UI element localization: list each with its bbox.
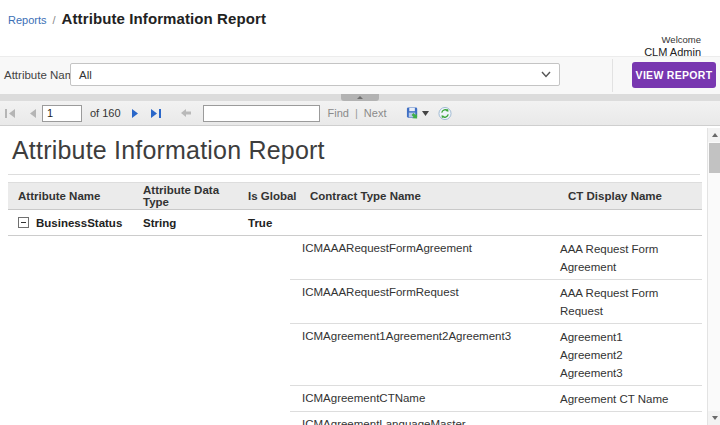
refresh-icon[interactable] bbox=[438, 106, 452, 120]
report-viewer-app: Reports / Attribute Information Report W… bbox=[0, 0, 720, 425]
table-row: ICMAgreement1Agreement2Agreement3 Agreem… bbox=[290, 324, 702, 386]
table-row: ICMAAARequestFormAgreement AAA Request F… bbox=[290, 236, 702, 280]
left-spacer bbox=[8, 236, 290, 425]
contract-type-cell: ICMAAARequestFormAgreement bbox=[290, 236, 552, 279]
splitter-collapse-handle[interactable] bbox=[341, 94, 379, 101]
report-title: Attribute Information Report bbox=[12, 136, 707, 165]
contract-type-subtable: ICMAAARequestFormAgreement AAA Request F… bbox=[8, 236, 702, 425]
report-viewer: Attribute Information Report Attribute N… bbox=[0, 126, 720, 425]
parameter-splitter bbox=[0, 94, 720, 101]
title-divider bbox=[8, 174, 700, 175]
table-header-row: Attribute Name Attribute Data Type Is Gl… bbox=[8, 182, 702, 210]
attribute-group-row: BusinessStatus String True bbox=[8, 210, 702, 236]
page-number-input[interactable] bbox=[42, 105, 82, 122]
ct-display-name-cell: AAA Request Form Agreement bbox=[552, 236, 694, 279]
scrollbar-down-button[interactable] bbox=[708, 411, 720, 425]
attribute-name-value: BusinessStatus bbox=[36, 217, 122, 229]
attribute-table: Attribute Name Attribute Data Type Is Gl… bbox=[8, 182, 702, 425]
contract-type-cell: ICMAAARequestFormRequest bbox=[290, 280, 552, 323]
col-header-attribute-data-type: Attribute Data Type bbox=[140, 184, 245, 208]
page-count-label: of 160 bbox=[90, 107, 121, 119]
next-page-icon[interactable] bbox=[129, 106, 143, 120]
find-next-separator: | bbox=[355, 107, 358, 119]
contract-type-cell: ICMAgreementCTName bbox=[290, 386, 552, 411]
export-dropdown-caret[interactable] bbox=[420, 106, 430, 120]
previous-page-icon bbox=[25, 106, 39, 120]
breadcrumb-separator: / bbox=[53, 14, 56, 26]
user-welcome: Welcome CLM Admin bbox=[644, 34, 701, 60]
ct-display-name-cell: AAA Request Form Request bbox=[552, 280, 694, 323]
last-page-icon[interactable] bbox=[149, 106, 163, 120]
table-row: ICMAgreementLanguageMaster bbox=[290, 412, 702, 425]
table-row: ICMAAARequestFormRequest AAA Request For… bbox=[290, 280, 702, 324]
contract-type-cell: ICMAgreement1Agreement2Agreement3 bbox=[290, 324, 552, 385]
contract-type-rows: ICMAAARequestFormAgreement AAA Request F… bbox=[290, 236, 702, 425]
parent-report-icon bbox=[179, 106, 193, 120]
is-global-value: True bbox=[245, 217, 298, 229]
table-row: ICMAgreementCTName Agreement CT Name bbox=[290, 386, 702, 412]
ct-display-name-cell bbox=[552, 412, 694, 425]
page-title: Attribute Information Report bbox=[62, 10, 266, 27]
scrollbar-up-icon bbox=[712, 133, 718, 137]
ct-display-name-cell: Agreement CT Name bbox=[552, 386, 694, 411]
chevron-down-icon bbox=[541, 71, 551, 78]
first-page-icon bbox=[3, 106, 17, 120]
scrollbar-thumb[interactable] bbox=[709, 143, 720, 173]
find-link[interactable]: Find bbox=[328, 107, 349, 119]
vertical-scrollbar[interactable] bbox=[707, 128, 720, 425]
attribute-data-type-value: String bbox=[140, 217, 245, 229]
col-header-contract-type-name: Contract Type Name bbox=[298, 190, 560, 202]
welcome-label: Welcome bbox=[644, 34, 701, 46]
contract-type-cell: ICMAgreementLanguageMaster bbox=[290, 412, 552, 425]
col-header-ct-display-name: CT Display Name bbox=[560, 190, 702, 202]
collapse-toggle-icon[interactable] bbox=[18, 217, 29, 228]
report-toolbar: of 160 Find | Next bbox=[0, 101, 720, 126]
top-header: Reports / Attribute Information Report W… bbox=[0, 0, 720, 57]
scrollbar-up-button[interactable] bbox=[708, 128, 720, 142]
splitter-collapse-icon bbox=[357, 96, 363, 99]
breadcrumb: Reports / Attribute Information Report bbox=[8, 10, 266, 27]
attribute-name-select[interactable]: All bbox=[70, 63, 560, 86]
save-export-icon[interactable] bbox=[406, 106, 420, 120]
find-text-input[interactable] bbox=[203, 105, 320, 122]
find-next-link[interactable]: Next bbox=[364, 107, 387, 119]
parameter-panel: Attribute Name All VIEW REPORT bbox=[0, 57, 720, 94]
col-header-is-global: Is Global bbox=[245, 190, 298, 202]
parameter-divider bbox=[612, 59, 613, 92]
selected-value: All bbox=[79, 69, 92, 81]
breadcrumb-reports-link[interactable]: Reports bbox=[8, 14, 47, 26]
report-content: Attribute Information Report Attribute N… bbox=[0, 126, 707, 425]
scrollbar-down-icon bbox=[712, 416, 718, 420]
col-header-attribute-name: Attribute Name bbox=[8, 190, 140, 202]
ct-display-name-cell: Agreement1 Agreement2 Agreement3 bbox=[552, 324, 694, 385]
view-report-button[interactable]: VIEW REPORT bbox=[632, 62, 716, 88]
